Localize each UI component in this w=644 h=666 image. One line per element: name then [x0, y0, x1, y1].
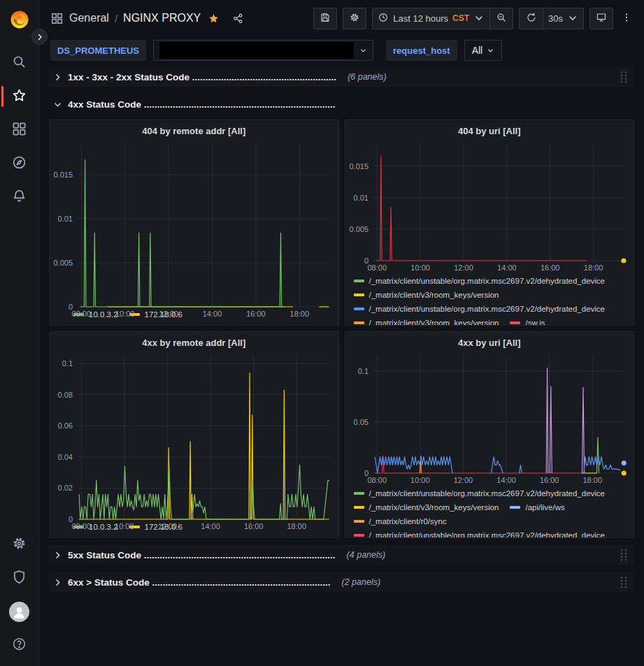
svg-text:10:00: 10:00 — [410, 263, 430, 272]
grafana-logo[interactable] — [8, 7, 31, 31]
sidebar-item-help[interactable] — [0, 628, 39, 662]
share-icon[interactable] — [232, 13, 244, 24]
time-series-chart[interactable]: 00.0050.010.01508:0010:0012:0014:0016:00… — [50, 138, 338, 307]
shield-icon — [11, 569, 27, 588]
sidebar-item-configuration[interactable] — [0, 528, 39, 561]
svg-text:10:00: 10:00 — [410, 476, 430, 484]
panel-title[interactable]: 404 by remote addr [All] — [50, 120, 338, 138]
svg-text:0.005: 0.005 — [53, 259, 73, 267]
legend-item[interactable]: /api/live/ws — [510, 501, 564, 514]
time-range-picker[interactable]: Last 12 hours CST — [372, 8, 489, 29]
svg-text:16:00: 16:00 — [246, 310, 266, 318]
apps-grid-icon[interactable] — [50, 12, 64, 25]
bell-icon — [11, 188, 27, 207]
datasource-value-redacted — [159, 42, 354, 59]
svg-text:08:00: 08:00 — [72, 310, 92, 318]
drag-handle-icon[interactable] — [619, 549, 629, 561]
toolbar-actions: Last 12 hours CST 30s — [313, 8, 634, 29]
chart-legend: /_matrix/client/unstable/org.matrix.msc2… — [345, 486, 634, 537]
row-title: 4xx Status Code ........................… — [68, 99, 336, 110]
svg-text:0.01: 0.01 — [353, 194, 368, 202]
zoom-out-button[interactable] — [489, 8, 513, 29]
request-host-variable-label[interactable]: request_host — [386, 40, 457, 61]
legend-item[interactable]: /_matrix/client/v3/room_keys/version — [354, 501, 499, 514]
svg-text:0.06: 0.06 — [58, 421, 73, 430]
row-6xx[interactable]: 6xx > Status Code ......................… — [49, 572, 634, 592]
legend-swatch — [354, 280, 364, 282]
sidebar-item-profile[interactable] — [0, 595, 39, 628]
expand-sidebar-button[interactable] — [31, 29, 48, 45]
legend-label: /_matrix/client/unstable/org.matrix.msc2… — [369, 529, 606, 537]
row-title: 6xx > Status Code ......................… — [68, 577, 330, 588]
legend-label: /_matrix/client/r0/sync — [369, 515, 447, 528]
chevron-right-icon — [53, 551, 62, 560]
row-4xx[interactable]: 4xx Status Code ........................… — [49, 94, 634, 114]
legend-item[interactable]: /_matrix/client/unstable/org.matrix.msc2… — [354, 303, 606, 315]
datasource-variable-label[interactable]: DS_PROMETHEUS — [50, 40, 146, 61]
legend-item[interactable]: /_matrix/client/unstable/org.matrix.msc2… — [354, 487, 606, 500]
row-5xx[interactable]: 5xx Status Code ........................… — [49, 545, 634, 565]
svg-text:08:00: 08:00 — [367, 263, 387, 272]
breadcrumb-folder[interactable]: General — [69, 12, 109, 24]
legend-label: /sw.js — [525, 317, 545, 325]
dashboard-title[interactable]: NGINX PROXY — [123, 12, 201, 24]
panel-title[interactable]: 404 by uri [All] — [345, 120, 634, 138]
sidebar-item-starred[interactable] — [0, 80, 39, 113]
chevron-down-icon — [473, 13, 485, 24]
row-1xx-3xx-2xx[interactable]: 1xx - 3xx - 2xx Status Code ............… — [49, 67, 634, 87]
help-icon — [11, 636, 27, 655]
panel-grid: 404 by remote addr [All] 00.0050.010.015… — [49, 120, 634, 538]
legend-swatch — [354, 321, 364, 324]
panel-title[interactable]: 4xx by uri [All] — [345, 332, 634, 350]
sidebar-item-server-admin[interactable] — [0, 561, 39, 595]
refresh-icon — [526, 12, 537, 25]
more-options-button[interactable] — [619, 8, 634, 29]
svg-text:10:00: 10:00 — [115, 310, 135, 318]
panel-title[interactable]: 4xx by remote addr [All] — [50, 332, 338, 350]
legend-item[interactable]: /_matrix/client/r0/sync — [354, 515, 447, 528]
legend-swatch — [354, 534, 364, 537]
legend-item[interactable]: /_matrix/client/v3/room_keys/version — [354, 317, 499, 325]
datasource-variable-dropdown[interactable] — [153, 40, 373, 61]
time-series-chart[interactable]: 00.020.040.060.080.108:0010:0012:0014:00… — [50, 350, 338, 519]
legend-item[interactable]: /_matrix/client/unstable/org.matrix.msc2… — [354, 275, 606, 287]
kiosk-mode-button[interactable] — [589, 8, 613, 29]
svg-text:16:00: 16:00 — [539, 476, 559, 484]
legend-label: /_matrix/client/v3/room_keys/version — [369, 317, 499, 325]
refresh-interval-dropdown[interactable]: 30s — [543, 8, 584, 29]
sidebar-item-explore[interactable] — [0, 147, 39, 180]
request-host-dropdown[interactable]: All — [464, 40, 503, 61]
chevron-down-icon — [359, 47, 367, 55]
panel-4xx-by-uri: 4xx by uri [All] 00.050.108:0010:0012:00… — [345, 331, 635, 538]
svg-text:18:00: 18:00 — [582, 476, 602, 484]
timezone-label: CST — [452, 13, 469, 23]
svg-text:0.1: 0.1 — [357, 367, 368, 375]
panel-404-by-uri: 404 by uri [All] 00.0050.010.01508:0010:… — [345, 120, 635, 326]
legend-swatch — [354, 294, 364, 296]
time-series-chart[interactable]: 00.050.108:0010:0012:0014:0016:0018:00 — [345, 350, 634, 486]
sidebar — [0, 0, 39, 666]
time-series-chart[interactable]: 00.0050.010.01508:0010:0012:0014:0016:00… — [345, 138, 634, 273]
favorite-star-icon[interactable] — [208, 13, 220, 24]
chevron-down-icon — [53, 100, 62, 109]
drag-handle-icon[interactable] — [619, 576, 629, 588]
panel-4xx-by-remote-addr: 4xx by remote addr [All] 00.020.040.060.… — [49, 331, 339, 538]
svg-text:12:00: 12:00 — [453, 476, 473, 484]
dashboard-settings-button[interactable] — [343, 8, 366, 29]
legend-item[interactable]: /_matrix/client/v3/room_keys/version — [354, 289, 499, 301]
save-dashboard-button[interactable] — [313, 8, 337, 29]
request-host-value: All — [472, 45, 483, 56]
sidebar-item-alerting[interactable] — [0, 180, 39, 214]
legend-label: /_matrix/client/unstable/org.matrix.msc2… — [369, 487, 606, 500]
drag-handle-icon[interactable] — [619, 71, 629, 83]
legend-item[interactable]: /_matrix/client/unstable/org.matrix.msc2… — [354, 529, 606, 537]
refresh-button[interactable] — [519, 8, 543, 29]
sidebar-item-search[interactable] — [0, 46, 39, 80]
legend-item[interactable]: /sw.js — [510, 317, 545, 325]
chevron-right-icon — [53, 73, 62, 82]
svg-text:0.04: 0.04 — [58, 453, 73, 461]
row-panel-count: (4 panels) — [347, 550, 386, 560]
svg-text:0.02: 0.02 — [58, 484, 73, 492]
sidebar-item-dashboards[interactable] — [0, 113, 39, 147]
monitor-icon — [596, 12, 607, 25]
